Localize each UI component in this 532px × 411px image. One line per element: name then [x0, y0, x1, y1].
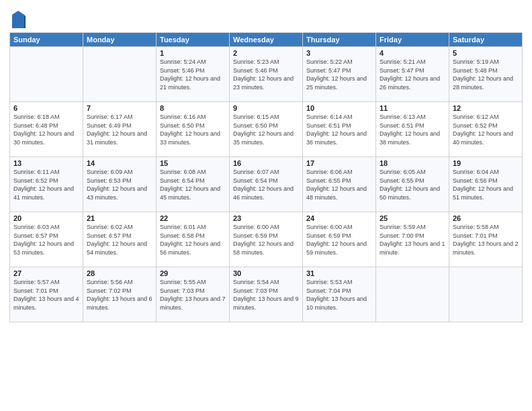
- calendar-cell: 30Sunrise: 5:54 AM Sunset: 7:03 PM Dayli…: [230, 267, 303, 322]
- day-number: 19: [453, 159, 519, 167]
- page: SundayMondayTuesdayWednesdayThursdayFrid…: [0, 0, 532, 411]
- weekday-header: Saturday: [449, 33, 523, 47]
- calendar-cell: [10, 47, 83, 102]
- day-info: Sunrise: 5:53 AM Sunset: 7:04 PM Dayligh…: [306, 278, 372, 312]
- calendar-cell: 2Sunrise: 5:23 AM Sunset: 5:46 PM Daylig…: [230, 47, 303, 102]
- day-number: 28: [87, 269, 152, 277]
- day-info: Sunrise: 6:03 AM Sunset: 6:57 PM Dayligh…: [13, 223, 79, 257]
- day-info: Sunrise: 6:00 AM Sunset: 6:59 PM Dayligh…: [233, 223, 299, 257]
- weekday-header: Thursday: [303, 33, 376, 47]
- header: [9, 7, 523, 28]
- calendar-cell: 17Sunrise: 6:06 AM Sunset: 6:55 PM Dayli…: [303, 157, 376, 212]
- day-number: 6: [13, 104, 79, 112]
- day-info: Sunrise: 5:58 AM Sunset: 7:01 PM Dayligh…: [453, 223, 519, 257]
- calendar-cell: 13Sunrise: 6:11 AM Sunset: 6:52 PM Dayli…: [10, 157, 83, 212]
- day-number: 18: [380, 159, 445, 167]
- day-info: Sunrise: 6:01 AM Sunset: 6:58 PM Dayligh…: [160, 223, 226, 257]
- calendar-cell: 11Sunrise: 6:13 AM Sunset: 6:51 PM Dayli…: [376, 102, 449, 157]
- calendar-cell: [83, 47, 157, 102]
- day-number: 17: [306, 159, 372, 167]
- day-info: Sunrise: 5:22 AM Sunset: 5:47 PM Dayligh…: [306, 58, 372, 91]
- day-info: Sunrise: 6:14 AM Sunset: 6:51 PM Dayligh…: [306, 113, 372, 146]
- day-info: Sunrise: 6:02 AM Sunset: 6:57 PM Dayligh…: [87, 223, 152, 257]
- day-number: 20: [13, 214, 79, 222]
- day-info: Sunrise: 5:54 AM Sunset: 7:03 PM Dayligh…: [233, 278, 299, 312]
- day-info: Sunrise: 6:07 AM Sunset: 6:54 PM Dayligh…: [233, 168, 299, 201]
- calendar-cell: 23Sunrise: 6:00 AM Sunset: 6:59 PM Dayli…: [230, 212, 303, 267]
- day-info: Sunrise: 6:06 AM Sunset: 6:55 PM Dayligh…: [306, 168, 372, 201]
- day-info: Sunrise: 6:05 AM Sunset: 6:55 PM Dayligh…: [380, 168, 445, 201]
- calendar-header-row: SundayMondayTuesdayWednesdayThursdayFrid…: [10, 33, 523, 47]
- day-info: Sunrise: 6:17 AM Sunset: 6:49 PM Dayligh…: [87, 113, 152, 146]
- day-number: 4: [380, 49, 445, 57]
- calendar-week-row: 13Sunrise: 6:11 AM Sunset: 6:52 PM Dayli…: [10, 157, 523, 212]
- calendar-cell: 19Sunrise: 6:04 AM Sunset: 6:56 PM Dayli…: [449, 157, 523, 212]
- day-info: Sunrise: 6:08 AM Sunset: 6:54 PM Dayligh…: [160, 168, 226, 201]
- day-info: Sunrise: 6:00 AM Sunset: 6:59 PM Dayligh…: [306, 223, 372, 257]
- day-number: 3: [306, 49, 372, 57]
- day-number: 1: [160, 49, 226, 57]
- day-number: 15: [160, 159, 226, 167]
- calendar-cell: 31Sunrise: 5:53 AM Sunset: 7:04 PM Dayli…: [303, 267, 376, 322]
- calendar-cell: 14Sunrise: 6:09 AM Sunset: 6:53 PM Dayli…: [83, 157, 157, 212]
- day-number: 2: [233, 49, 299, 57]
- day-info: Sunrise: 5:55 AM Sunset: 7:03 PM Dayligh…: [160, 278, 226, 312]
- day-number: 22: [160, 214, 226, 222]
- svg-marker-0: [12, 11, 24, 28]
- day-number: 25: [380, 214, 445, 222]
- day-info: Sunrise: 5:56 AM Sunset: 7:02 PM Dayligh…: [87, 278, 152, 312]
- day-number: 9: [233, 104, 299, 112]
- day-number: 12: [453, 104, 519, 112]
- weekday-header: Friday: [376, 33, 449, 47]
- day-number: 23: [233, 214, 299, 222]
- day-info: Sunrise: 5:24 AM Sunset: 5:46 PM Dayligh…: [160, 58, 226, 91]
- calendar-cell: 16Sunrise: 6:07 AM Sunset: 6:54 PM Dayli…: [230, 157, 303, 212]
- day-info: Sunrise: 6:09 AM Sunset: 6:53 PM Dayligh…: [87, 168, 152, 201]
- weekday-header: Sunday: [10, 33, 83, 47]
- calendar-cell: 22Sunrise: 6:01 AM Sunset: 6:58 PM Dayli…: [157, 212, 230, 267]
- logo-icon: [11, 9, 26, 28]
- weekday-header: Tuesday: [157, 33, 230, 47]
- calendar-cell: 15Sunrise: 6:08 AM Sunset: 6:54 PM Dayli…: [157, 157, 230, 212]
- calendar-cell: 8Sunrise: 6:16 AM Sunset: 6:50 PM Daylig…: [157, 102, 230, 157]
- calendar-week-row: 27Sunrise: 5:57 AM Sunset: 7:01 PM Dayli…: [10, 267, 523, 322]
- calendar-cell: [449, 267, 523, 322]
- calendar-week-row: 1Sunrise: 5:24 AM Sunset: 5:46 PM Daylig…: [10, 47, 523, 102]
- calendar-cell: 20Sunrise: 6:03 AM Sunset: 6:57 PM Dayli…: [10, 212, 83, 267]
- calendar-week-row: 20Sunrise: 6:03 AM Sunset: 6:57 PM Dayli…: [10, 212, 523, 267]
- calendar-cell: 28Sunrise: 5:56 AM Sunset: 7:02 PM Dayli…: [83, 267, 157, 322]
- weekday-header: Monday: [83, 33, 157, 47]
- day-info: Sunrise: 5:57 AM Sunset: 7:01 PM Dayligh…: [13, 278, 79, 312]
- day-number: 16: [233, 159, 299, 167]
- day-number: 13: [13, 159, 79, 167]
- day-number: 8: [160, 104, 226, 112]
- calendar-cell: 10Sunrise: 6:14 AM Sunset: 6:51 PM Dayli…: [303, 102, 376, 157]
- day-number: 30: [233, 269, 299, 277]
- day-info: Sunrise: 6:11 AM Sunset: 6:52 PM Dayligh…: [13, 168, 79, 201]
- day-info: Sunrise: 5:21 AM Sunset: 5:47 PM Dayligh…: [380, 58, 445, 91]
- calendar-cell: 9Sunrise: 6:15 AM Sunset: 6:50 PM Daylig…: [230, 102, 303, 157]
- calendar-cell: 26Sunrise: 5:58 AM Sunset: 7:01 PM Dayli…: [449, 212, 523, 267]
- svg-marker-2: [24, 15, 26, 28]
- calendar-cell: 4Sunrise: 5:21 AM Sunset: 5:47 PM Daylig…: [376, 47, 449, 102]
- day-number: 21: [87, 214, 152, 222]
- day-number: 14: [87, 159, 152, 167]
- calendar-cell: 12Sunrise: 6:12 AM Sunset: 6:52 PM Dayli…: [449, 102, 523, 157]
- calendar-cell: 7Sunrise: 6:17 AM Sunset: 6:49 PM Daylig…: [83, 102, 157, 157]
- day-info: Sunrise: 6:04 AM Sunset: 6:56 PM Dayligh…: [453, 168, 519, 201]
- calendar-cell: 27Sunrise: 5:57 AM Sunset: 7:01 PM Dayli…: [10, 267, 83, 322]
- day-number: 11: [380, 104, 445, 112]
- calendar-cell: 5Sunrise: 5:19 AM Sunset: 5:48 PM Daylig…: [449, 47, 523, 102]
- calendar-cell: 24Sunrise: 6:00 AM Sunset: 6:59 PM Dayli…: [303, 212, 376, 267]
- day-number: 26: [453, 214, 519, 222]
- day-info: Sunrise: 6:18 AM Sunset: 6:48 PM Dayligh…: [13, 113, 79, 146]
- calendar-week-row: 6Sunrise: 6:18 AM Sunset: 6:48 PM Daylig…: [10, 102, 523, 157]
- day-info: Sunrise: 5:19 AM Sunset: 5:48 PM Dayligh…: [453, 58, 519, 91]
- day-info: Sunrise: 6:13 AM Sunset: 6:51 PM Dayligh…: [380, 113, 445, 146]
- day-number: 24: [306, 214, 372, 222]
- calendar-cell: 29Sunrise: 5:55 AM Sunset: 7:03 PM Dayli…: [157, 267, 230, 322]
- calendar-cell: 3Sunrise: 5:22 AM Sunset: 5:47 PM Daylig…: [303, 47, 376, 102]
- calendar-cell: 6Sunrise: 6:18 AM Sunset: 6:48 PM Daylig…: [10, 102, 83, 157]
- day-info: Sunrise: 6:12 AM Sunset: 6:52 PM Dayligh…: [453, 113, 519, 146]
- day-number: 5: [453, 49, 519, 57]
